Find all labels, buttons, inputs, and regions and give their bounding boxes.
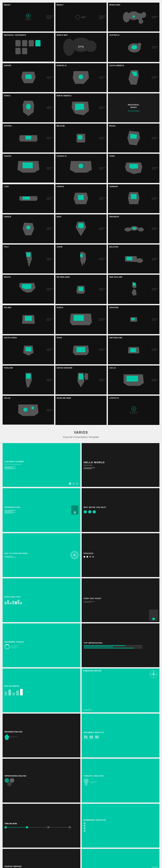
brazil-slide[interactable]: BRAZIL [108, 124, 159, 152]
headline-slide[interactable]: HEADLINE HERE [56, 396, 107, 425]
uk-slide[interactable]: UNITED KINGDOM [56, 366, 107, 395]
svg-point-19 [26, 103, 30, 109]
world-map-text [152, 16, 158, 18]
canada-slide[interactable]: CANADA [3, 154, 54, 183]
north-america-svg [65, 99, 96, 117]
world-map-svg [118, 8, 149, 26]
singapore-svg [118, 311, 149, 328]
mexico-slide[interactable]: MEXICO [3, 275, 54, 304]
contacts-slide[interactable]: CONTACTS ✉ [108, 396, 159, 425]
india-slide[interactable]: INDIA [56, 214, 107, 243]
russia-slide[interactable]: RUSSIA [56, 305, 107, 334]
svg-rect-21 [78, 135, 82, 140]
brazil-svg [118, 129, 149, 147]
europe-svg [13, 69, 44, 86]
south-america-slide[interactable]: SOUTH AMERICA [108, 63, 159, 92]
cuba-slide[interactable]: CUBA [3, 184, 54, 213]
greece-slide[interactable]: GREECE [3, 214, 54, 243]
svg-point-16 [132, 45, 137, 50]
svg-point-5 [132, 15, 135, 18]
opportunities-slide[interactable]: OPPORTUNITIES ANALYSIS [3, 759, 80, 803]
section-divider: VARIOS [0, 428, 162, 436]
big-business-slide[interactable]: BIG BUSINESS [3, 669, 80, 712]
europe2-slide[interactable]: EUROPE #2 [56, 63, 107, 92]
italy-svg [13, 250, 44, 268]
svg-point-18 [79, 74, 83, 79]
india-svg [65, 220, 96, 238]
first-key-point-slide[interactable]: FIRST KEY POINT [82, 578, 159, 622]
greece-svg [13, 220, 44, 238]
new-zealand-svg [118, 281, 149, 298]
world-map-percent-slide[interactable]: WORLD MAP 57% [56, 33, 107, 62]
canada2-svg [65, 160, 96, 177]
svg-point-26 [138, 227, 144, 231]
usa1-slide[interactable]: USA (1) [108, 366, 159, 395]
singapore-slide[interactable]: SINAPORE [108, 305, 159, 334]
result-slide-2[interactable]: RESULT [56, 3, 107, 31]
usa2-slide[interactable]: USA (2) [3, 396, 54, 425]
numbered-services-slide[interactable]: NUMBERED SERVICES 1 2 3 4 [82, 804, 159, 847]
thailand-slide[interactable]: THAILAND [3, 366, 54, 395]
why-best-slide[interactable]: WHY WE'RE THE BEST 1 2 3 [82, 488, 159, 532]
belgium-svg [65, 129, 96, 147]
svg-rect-8 [29, 40, 34, 47]
netherlands-slide[interactable]: NETHERLANDS [56, 275, 107, 304]
section1-wrapper: RESULT RESULT [0, 0, 162, 428]
south-korea-slide[interactable]: SOUTH KOREA [3, 335, 54, 364]
canada2-slide[interactable]: CANADA #2 [56, 154, 107, 183]
strengths-slide[interactable]: STRENGTHS ANALYSIS [82, 669, 159, 712]
malaysia-slide[interactable]: MALAYSIA [108, 245, 159, 273]
threats-slide[interactable]: THREATS ANALYSIS [82, 759, 159, 803]
europe2-svg [65, 69, 96, 86]
africa-slide[interactable]: AFRICA [3, 93, 54, 122]
section2-wrapper: COLORED SCHEMEFOR A PRESENTATION HELLO W… [0, 440, 162, 868]
japan-slide[interactable]: JAPAN [56, 245, 107, 273]
japan-svg [65, 250, 96, 268]
austria-svg [13, 129, 44, 147]
australia-slide[interactable]: AUSTRALIA [108, 33, 159, 62]
canada-svg [13, 160, 44, 177]
key-success-slide[interactable]: KEY TO OUR SUCCESS [3, 533, 80, 577]
north-america-slide[interactable]: NORTH AMERICA [56, 93, 107, 122]
data-analysis-slide[interactable]: DATA ANALYSIS [3, 578, 80, 622]
result-slide-1[interactable]: RESULT [3, 3, 54, 31]
hello-world-slide[interactable]: HELLO WORLD INTRODUCTION [82, 443, 159, 487]
dark-slides-grid: RESULT RESULT [3, 3, 159, 425]
world-map-slide[interactable]: WORLD MAP [108, 3, 159, 31]
austria-slide[interactable]: AUSTRIA [3, 124, 54, 152]
europe-slide[interactable]: EUROPE [3, 63, 54, 92]
branding-target-slide[interactable]: BRANDING TARGET [3, 623, 80, 667]
france-slide[interactable]: FRANCE [56, 184, 107, 213]
magazine-year-slide[interactable]: MAGAZINE YEAR [82, 849, 159, 868]
svg-point-17 [138, 43, 141, 48]
individual-continents-slide[interactable]: INDIVIDUAL CONTINENTS [3, 33, 54, 62]
switzerland-slide[interactable]: SWITZERLAND [108, 335, 159, 364]
timeline-here-slide[interactable]: TIMELINE HERE [3, 804, 80, 847]
china-slide[interactable]: CHINA [108, 154, 159, 183]
process-slide[interactable]: PROCESS [82, 533, 159, 577]
belgium-slide[interactable]: BELGIUM [56, 124, 107, 152]
svg-rect-30 [79, 287, 83, 291]
poland-slide[interactable]: POLAND [3, 305, 54, 334]
svg-point-3 [139, 19, 143, 24]
colored-scheme-slide[interactable]: COLORED SCHEMEFOR A PRESENTATION [3, 443, 80, 487]
china-svg [118, 160, 149, 177]
germany-svg [118, 190, 149, 207]
top-impressions-slide[interactable]: TOP IMPRESSIONS [82, 623, 159, 667]
australia-svg [118, 39, 149, 56]
new-zealand-slide[interactable]: NEW ZEALAND [108, 275, 159, 304]
regional-maps-slide[interactable]: REGIONALMAPS 26 COUNTRIES [108, 93, 159, 122]
weakness-slide[interactable]: WEAKNESS ANALYSIS [3, 714, 80, 757]
germany-slide[interactable]: GERMANY [108, 184, 159, 213]
indonesia-slide[interactable]: INDONESIA [108, 214, 159, 243]
incoming-results-slide[interactable]: INCOMING RESULTS 01 02 03 [82, 714, 159, 757]
italy-slide[interactable]: ITALY [3, 245, 54, 273]
spain-slide[interactable]: SPAIN [56, 335, 107, 364]
svg-rect-6 [15, 40, 21, 47]
four-key-services-slide[interactable]: FOUR KEY SERVICES 01 02 03 04 [3, 849, 80, 868]
svg-rect-32 [132, 318, 135, 320]
introduction-slide[interactable]: INTRODUCTION [3, 488, 80, 532]
svg-point-27 [132, 227, 136, 229]
svg-rect-11 [22, 48, 27, 55]
usa1-svg [118, 371, 149, 389]
